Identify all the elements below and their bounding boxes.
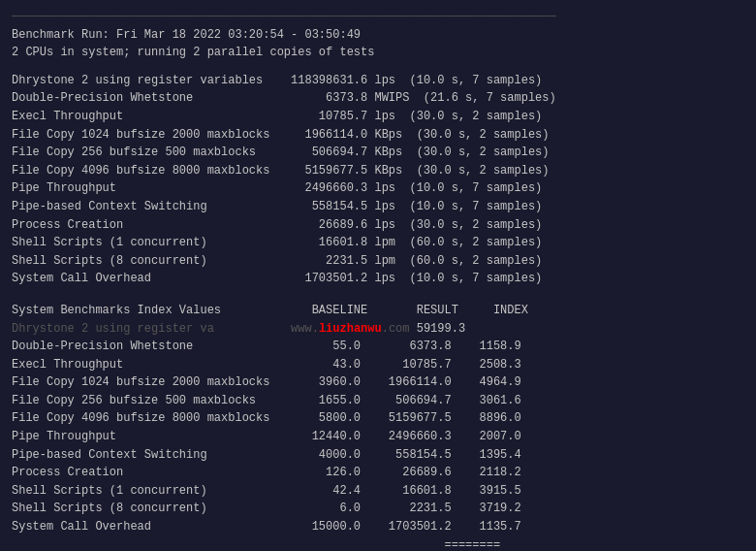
idx-base-2: 43.0 [291,358,361,372]
index-col-result: RESULT [367,304,458,317]
index-col-index: INDEX [458,304,528,317]
idx-name-8: Process Creation [12,466,291,479]
index-row-2: Execl Throughput 43.0 10785.7 2508.3 [12,356,744,374]
index-row-7: Pipe-based Context Switching 4000.0 5581… [12,446,744,465]
bench-row-0: Dhrystone 2 using register variables 118… [12,72,744,90]
idx-index-3: 4964.9 [452,375,521,389]
bench-row-10: Shell Scripts (8 concurrent) 2231.5 lpm … [12,252,744,271]
bench-row-9: Shell Scripts (1 concurrent) 16601.8 lpm… [12,234,744,252]
idx-result-2: 10785.7 [361,358,452,372]
idx-name-10: Shell Scripts (8 concurrent) [12,502,291,515]
bench-value-6: 2496660.3 lps [291,181,395,195]
bench-value-8: 26689.6 lps [291,218,395,232]
bench-value-10: 2231.5 lpm [291,254,395,268]
idx-index-4: 3061.6 [452,394,521,407]
idx-name-11: System Call Overhead [12,520,291,534]
bench-row-5: File Copy 4096 bufsize 8000 maxblocks 51… [12,162,744,180]
idx-index-5: 8896.0 [452,411,521,425]
idx-index-7: 1395.4 [452,448,521,462]
idx-result-1: 6373.8 [361,340,452,353]
benchmark-run-line: Benchmark Run: Fri Mar 18 2022 03:20:54 … [12,26,744,45]
idx-index-8: 2118.2 [452,466,521,479]
bench-value-11: 1703501.2 lps [291,272,395,285]
bench-name-0: Dhrystone 2 using register variables [12,74,291,87]
bench-detail-4: (30.0 s, 2 samples) [402,146,549,159]
index-row-9: Shell Scripts (1 concurrent) 42.4 16601.… [12,482,744,501]
bench-name-10: Shell Scripts (8 concurrent) [12,254,291,268]
idx-index-9: 3915.5 [452,484,521,498]
bench-detail-10: (60.0 s, 2 samples) [395,254,542,268]
bench-row-7: Pipe-based Context Switching 558154.5 lp… [12,198,744,216]
idx-base-4: 1655.0 [291,394,361,407]
bench-value-4: 506694.7 KBps [291,146,402,159]
idx-name-7: Pipe-based Context Switching [12,448,291,462]
idx-index-11: 1135.7 [452,520,521,534]
idx-result-4: 506694.7 [361,394,452,407]
bench-name-5: File Copy 4096 bufsize 8000 maxblocks [12,164,291,178]
index-row-10: Shell Scripts (8 concurrent) 6.0 2231.5 … [12,500,744,518]
bench-detail-1: (21.6 s, 7 samples) [409,91,555,105]
idx-result-6: 2496660.3 [361,430,452,443]
bench-name-1: Double-Precision Whetstone [12,91,291,105]
idx-base-10: 6.0 [291,502,361,515]
idx-name-6: Pipe Throughput [12,430,291,443]
bench-value-1: 6373.8 MWIPS [291,91,409,105]
bench-value-3: 1966114.0 KBps [291,128,402,142]
idx-result-7: 558154.5 [361,448,452,462]
bench-value-5: 5159677.5 KBps [291,164,402,178]
idx-index-10: 3719.2 [452,502,521,515]
bench-value-0: 118398631.6 lps [291,74,395,87]
bench-detail-8: (30.0 s, 2 samples) [395,218,542,232]
index-row-8: Process Creation 126.0 26689.6 2118.2 [12,464,744,482]
index-row-4: File Copy 256 bufsize 500 maxblocks 1655… [12,392,744,410]
idx-base-11: 15000.0 [291,520,361,534]
bench-detail-9: (60.0 s, 2 samples) [395,236,542,249]
index-row-0: Dhrystone 2 using register va www.liuzha… [12,320,744,339]
bench-detail-2: (30.0 s, 2 samples) [395,110,542,123]
index-section: System Benchmarks Index Values BASELINE … [12,302,744,551]
idx-result-9: 16601.8 [361,484,452,498]
idx-index-2: 2508.3 [452,358,521,372]
bench-name-9: Shell Scripts (1 concurrent) [12,236,291,249]
idx-base-8: 126.0 [291,466,361,479]
bench-name-6: Pipe Throughput [12,181,291,195]
idx-result-5: 5159677.5 [361,411,452,425]
bench-row-3: File Copy 1024 bufsize 2000 maxblocks 19… [12,126,744,145]
index-col-baseline: BASELINE [291,304,367,317]
bench-name-8: Process Creation [12,218,291,232]
bench-row-6: Pipe Throughput 2496660.3 lps (10.0 s, 7… [12,179,744,198]
bench-row-8: Process Creation 26689.6 lps (30.0 s, 2 … [12,216,744,235]
benchmark-results-table: Dhrystone 2 using register variables 118… [12,72,744,288]
idx-result-3: 1966114.0 [361,375,452,389]
idx-name-3: File Copy 1024 bufsize 2000 maxblocks [12,375,291,389]
bench-name-4: File Copy 256 bufsize 500 maxblocks [12,146,291,159]
bench-detail-0: (10.0 s, 7 samples) [395,74,542,87]
bench-detail-6: (10.0 s, 7 samples) [395,181,542,195]
idx-index-0: 59199.3 [417,322,465,336]
bench-name-2: Execl Throughput [12,110,291,123]
bench-name-11: System Call Overhead [12,272,291,285]
equals-separator: ======== [12,536,744,551]
idx-index-1: 1158.9 [452,340,521,353]
idx-name-9: Shell Scripts (1 concurrent) [12,484,291,498]
idx-result-8: 26689.6 [361,466,452,479]
idx-result-11: 1703501.2 [361,520,452,534]
index-row-5: File Copy 4096 bufsize 8000 maxblocks 58… [12,409,744,428]
index-row-6: Pipe Throughput 12440.0 2496660.3 2007.0 [12,428,744,446]
top-separator: ────────────────────────────────────────… [12,8,744,26]
bench-name-3: File Copy 1024 bufsize 2000 maxblocks [12,128,291,142]
bench-row-2: Execl Throughput 10785.7 lps (30.0 s, 2 … [12,108,744,126]
idx-base-3: 3960.0 [291,375,361,389]
idx-base-5: 5800.0 [291,411,361,425]
idx-base-7: 4000.0 [291,448,361,462]
bench-detail-5: (30.0 s, 2 samples) [402,164,549,178]
index-row-11: System Call Overhead 15000.0 1703501.2 1… [12,518,744,536]
bench-row-11: System Call Overhead 1703501.2 lps (10.0… [12,270,744,288]
bench-name-7: Pipe-based Context Switching [12,200,291,213]
idx-name-5: File Copy 4096 bufsize 8000 maxblocks [12,411,291,425]
bench-detail-3: (30.0 s, 2 samples) [402,128,549,142]
bench-row-4: File Copy 256 bufsize 500 maxblocks 5066… [12,144,744,162]
bench-value-9: 16601.8 lpm [291,236,395,249]
idx-base-6: 12440.0 [291,430,361,443]
bench-value-7: 558154.5 lps [291,200,395,213]
